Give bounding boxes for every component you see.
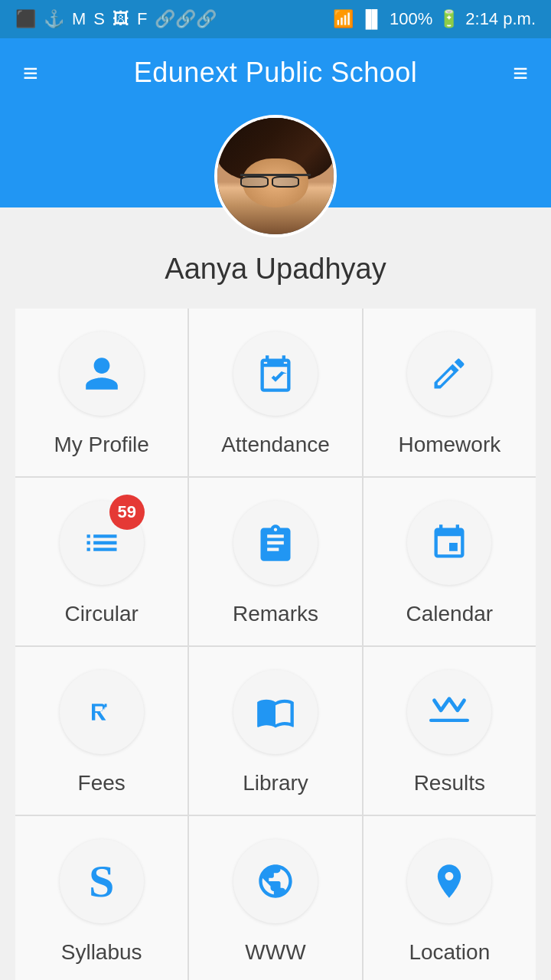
grid-item-remarks[interactable]: Remarks [189, 478, 361, 645]
notification-icon: ⬛ [15, 9, 36, 29]
battery-icon: 🔋 [439, 9, 459, 29]
grid-item-calendar[interactable]: Calendar [364, 478, 536, 645]
homework-label: Homework [398, 433, 500, 457]
menu-grid: My Profile Attendance Homework 59 Circul… [15, 309, 536, 980]
grid-item-fees[interactable]: Fees [15, 647, 187, 815]
battery-text: 100% [390, 9, 432, 29]
library-icon-circle [233, 670, 318, 754]
syllabus-label: Syllabus [61, 940, 142, 965]
my-profile-icon-circle [60, 332, 144, 416]
grid-item-library[interactable]: Library [189, 647, 361, 815]
time-text: 2:14 p.m. [465, 9, 536, 29]
grid-item-syllabus[interactable]: S Syllabus [15, 816, 187, 980]
gmail-icon: M [72, 9, 86, 29]
flipboard-icon: F [137, 9, 147, 29]
status-right: 📶 ▐▌ 100% 🔋 2:14 p.m. [333, 9, 536, 29]
header-profile-area: Aanya Upadhyay [0, 107, 551, 309]
hamburger-menu-icon[interactable]: ≡ [23, 58, 38, 88]
fees-icon-circle [60, 670, 144, 754]
grid-item-circular[interactable]: 59 Circular [15, 478, 187, 645]
results-label: Results [414, 771, 485, 795]
photo-icon: 🖼 [112, 9, 129, 29]
usb-icon: ⚓ [44, 9, 64, 29]
results-trophy-icon [429, 692, 469, 732]
person-icon [82, 354, 122, 394]
avatar[interactable] [214, 115, 337, 237]
syllabus-icon-circle: S [60, 839, 144, 923]
grid-item-my-profile[interactable]: My Profile [15, 309, 187, 476]
wifi-icon: 📶 [333, 9, 354, 29]
map-pin-icon [429, 861, 469, 901]
attendance-icon-circle [233, 332, 318, 416]
rupee-icon [82, 692, 122, 732]
syllabus-s-letter: S [89, 855, 114, 908]
remarks-label: Remarks [233, 602, 318, 626]
signal-icon: ▐▌ [360, 9, 383, 29]
results-icon-circle [407, 670, 491, 754]
clipboard-list-icon [256, 523, 295, 563]
www-label: WWW [245, 940, 305, 965]
grid-item-homework[interactable]: Homework [364, 309, 536, 476]
attendance-label: Attendance [221, 433, 330, 457]
library-label: Library [243, 771, 308, 795]
location-icon-circle [407, 839, 491, 923]
status-bar: ⬛ ⚓ M S 🖼 F 🔗🔗🔗 📶 ▐▌ 100% 🔋 2:14 p.m. [0, 0, 551, 38]
grid-item-www[interactable]: WWW [189, 816, 361, 980]
edit-document-icon [429, 354, 469, 394]
remarks-icon-circle [233, 501, 318, 585]
app-title: Edunext Public School [134, 57, 418, 89]
user-name: Aanya Upadhyay [165, 253, 386, 286]
globe-icon [256, 861, 295, 901]
calendar-grid-icon [429, 523, 469, 563]
circular-label: Circular [64, 602, 138, 626]
calendar-icon-circle [407, 501, 491, 585]
www-icon-circle [233, 839, 318, 923]
status-left-icons: ⬛ ⚓ M S 🖼 F 🔗🔗🔗 [15, 9, 217, 29]
location-label: Location [409, 940, 490, 965]
grid-item-location[interactable]: Location [364, 816, 536, 980]
grid-item-results[interactable]: Results [364, 647, 536, 815]
top-navbar: ≡ Edunext Public School ≡ [0, 38, 551, 107]
list-menu-icon[interactable]: ≡ [513, 58, 528, 88]
calendar-label: Calendar [406, 602, 494, 626]
fees-label: Fees [78, 771, 126, 795]
s-icon: S [93, 9, 105, 29]
my-profile-label: My Profile [54, 433, 148, 457]
homework-icon-circle [407, 332, 491, 416]
list-bullet-icon [82, 523, 122, 563]
link-icons: 🔗🔗🔗 [155, 9, 217, 29]
circular-badge: 59 [109, 495, 145, 530]
book-open-icon [256, 692, 295, 732]
calendar-check-icon [256, 354, 295, 394]
grid-item-attendance[interactable]: Attendance [189, 309, 361, 476]
